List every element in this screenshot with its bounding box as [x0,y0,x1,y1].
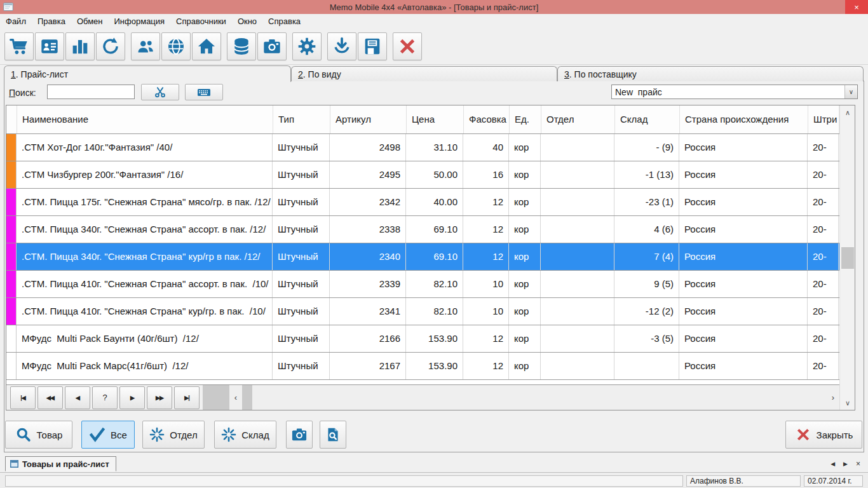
column-header[interactable]: Отдел [541,105,615,133]
cell-barcode: 20- [808,216,839,243]
settings-gear-icon [297,36,317,57]
goods-button[interactable] [4,32,34,60]
chevron-down-icon[interactable]: ∨ [844,85,857,98]
vertical-scroll-thumb[interactable] [841,247,854,269]
cell-pack: 16 [463,161,509,188]
column-header[interactable]: Тип [273,105,330,133]
filter-dept-button[interactable]: Отдел [142,421,205,449]
column-header[interactable]: Артикул [330,105,407,133]
vertical-scrollbar[interactable]: ∧ ∨ [839,105,855,410]
keyboard-button[interactable] [185,84,223,100]
nav-next-page-button[interactable]: ▶▶ [147,386,172,409]
mdi-tab-goods-price-list[interactable]: Товары и прайс-лист [5,456,116,471]
scroll-down-icon[interactable]: ∨ [840,396,855,410]
scroll-left-icon[interactable]: ‹ [229,393,242,402]
globe-button[interactable] [161,32,191,60]
menu-item[interactable]: Правка [32,15,71,27]
save-button[interactable] [358,32,387,60]
table-row[interactable]: .СТМ. Пицца 175г. "Снежная Страна" мясо/… [6,188,839,215]
status-message-panel [5,475,683,487]
settings-button[interactable] [292,32,322,60]
filter-all-button[interactable]: Все [81,421,135,449]
tab-price-list[interactable]: 1. Прайс-лист [4,65,291,82]
table-row[interactable]: .СТМ. Пицца 340г. "Снежная Страна" ассор… [6,215,839,243]
photo-button[interactable] [286,421,313,449]
table-row[interactable]: МФудс Multi Pack Марс(41г/6шт) /12/Штучн… [6,352,839,379]
column-header[interactable]: Наименование [17,105,273,133]
window-close-button[interactable]: × [845,0,868,14]
column-header[interactable]: Цена [407,105,464,133]
cell-stock: -23 (1) [614,189,679,215]
cell-dept [541,216,614,243]
close-form-button[interactable]: Закрыть [785,421,862,449]
camera-icon [262,36,282,57]
nav-last-button[interactable]: ▶| [174,386,200,409]
status-date-panel: 02.07.2014 г. [804,475,863,487]
camera-button[interactable] [257,32,287,60]
document-search-button[interactable] [320,421,346,449]
row-color-indicator [6,134,17,161]
column-header[interactable]: Склад [615,105,680,133]
cell-barcode: 20- [808,353,839,379]
nav-first-button[interactable]: |◀ [10,386,36,409]
table-row[interactable]: .СТМ Хот-Дог 140г."Фантазия" /40/Штучный… [6,133,839,161]
import-button[interactable] [327,32,356,60]
tab-by-supplier[interactable]: 3. По поставщику [557,66,864,81]
cell-price: 153.90 [406,325,463,352]
column-header[interactable]: Фасовка [464,105,510,133]
recycle-button[interactable] [96,32,125,60]
price-list-select[interactable]: New прайс ∨ [611,85,858,99]
menu-item[interactable]: Справочники [170,15,232,27]
menu-item[interactable]: Файл [0,15,32,27]
column-header[interactable]: Ед. [510,105,541,133]
cell-country: Россия [679,134,808,161]
cell-unit: кор [509,298,541,325]
scroll-right-icon[interactable]: › [827,393,839,402]
cell-barcode: 20- [808,161,839,188]
filter-stock-button[interactable]: Склад [214,421,276,449]
nav-locate-button[interactable]: ? [92,386,118,409]
column-header[interactable]: Штри [808,105,839,133]
cell-price: 82.10 [406,271,463,297]
tab-by-kind[interactable]: 2. По виду [291,66,557,81]
table-row[interactable]: МФудс Multi Pack Баунти (40г/6шт) /12/Шт… [6,325,839,352]
mdi-tab-bar: Товары и прайс-лист ◀ ▶ × [0,455,868,472]
row-color-indicator [6,353,17,379]
cell-pack: 10 [463,271,509,297]
table-row[interactable]: .СТМ. Пицца 410г. "Снежная Страна" кур/г… [6,297,839,325]
column-header[interactable]: Страна происхождения [680,105,808,133]
table-row[interactable]: .СТМ Чизбургер 200г."Фантазия" /16/Штучн… [6,161,839,188]
search-input[interactable] [47,85,135,99]
table-row[interactable]: .СТМ. Пицца 340г. "Снежная Страна" кур/г… [6,243,839,270]
cell-article: 2166 [330,325,406,352]
database-button[interactable] [227,32,256,60]
cell-unit: кор [509,134,541,161]
product-search-button[interactable]: Товар [5,421,72,449]
nav-prior-button[interactable]: ◀ [65,386,90,409]
cell-barcode: 20- [808,189,839,215]
mdi-next-icon[interactable]: ▶ [843,461,848,467]
mdi-close-icon[interactable]: × [856,459,860,468]
users-button[interactable] [131,32,160,60]
cell-barcode: 20- [808,243,839,270]
checkmark-icon [89,426,105,443]
horizontal-scrollbar[interactable]: ‹ › [229,385,839,410]
nav-prior-page-button[interactable]: ◀◀ [37,386,63,409]
cell-name: .СТМ. Пицца 340г. "Снежная Страна" кур/г… [17,243,273,270]
nav-next-button[interactable]: ▶ [119,386,145,409]
cell-unit: кор [509,161,541,188]
horizontal-scroll-thumb[interactable] [242,385,252,410]
reports-button[interactable] [65,32,95,60]
home-button[interactable] [192,32,221,60]
contacts-button[interactable] [35,32,64,60]
delete-button[interactable] [393,32,422,60]
cut-button[interactable] [141,84,179,100]
menu-item[interactable]: Информация [109,15,171,27]
scroll-up-icon[interactable]: ∧ [840,105,855,119]
menu-item[interactable]: Окно [232,15,262,27]
menu-item[interactable]: Обмен [71,15,109,27]
table-row[interactable]: .СТМ. Пицца 410г. "Снежная Страна" ассор… [6,270,839,297]
cell-type: Штучный [273,271,330,297]
mdi-prev-icon[interactable]: ◀ [831,461,835,467]
menu-item[interactable]: Справка [262,15,306,27]
